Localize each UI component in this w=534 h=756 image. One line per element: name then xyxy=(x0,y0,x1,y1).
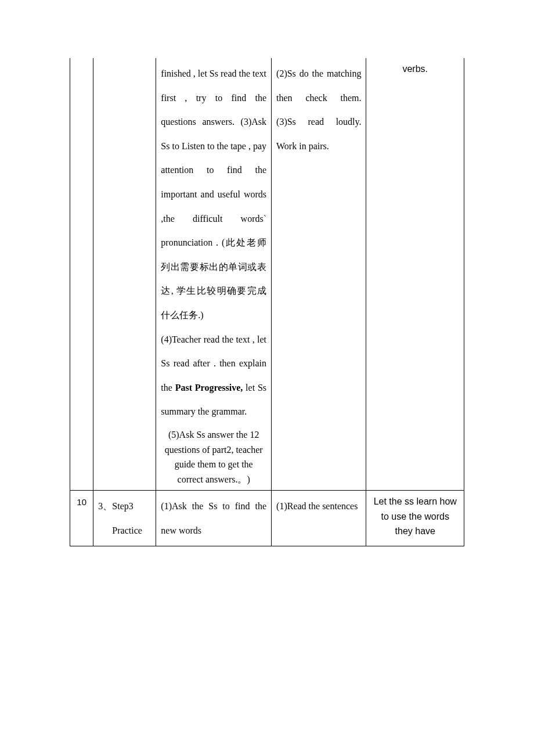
cell-time xyxy=(70,58,93,491)
table-row: finished , let Ss read the text first , … xyxy=(70,58,464,491)
cell-teacher-activity: finished , let Ss read the text first , … xyxy=(156,58,272,491)
cell-student-activity: (1)Read the sentences xyxy=(272,491,366,546)
cell-step xyxy=(93,58,156,491)
cell-student-activity: (2)Ss do the matching then check them. (… xyxy=(272,58,366,491)
cell-time: 10 xyxy=(70,491,93,546)
lesson-plan-table: finished , let Ss read the text first , … xyxy=(70,58,464,546)
table-row: 10 3、Step3 Practice (1)Ask the Ss to fin… xyxy=(70,491,464,546)
bold-text: Past Progressive, xyxy=(175,383,243,393)
step-sublabel: Practice xyxy=(98,519,142,543)
cell-purpose: verbs. xyxy=(366,58,464,491)
text-segment: finished , let Ss read the text first , … xyxy=(161,69,266,320)
cell-teacher-activity: (1)Ask the Ss to find the new words xyxy=(156,491,272,546)
text-segment: (5)Ask Ss answer the 12 questions of par… xyxy=(161,427,266,487)
step-label: 3、Step3 xyxy=(98,501,133,511)
cell-step: 3、Step3 Practice xyxy=(93,491,156,546)
cell-purpose: Let the ss learn how to use the words th… xyxy=(366,491,464,546)
document-page: finished , let Ss read the text first , … xyxy=(0,0,534,581)
